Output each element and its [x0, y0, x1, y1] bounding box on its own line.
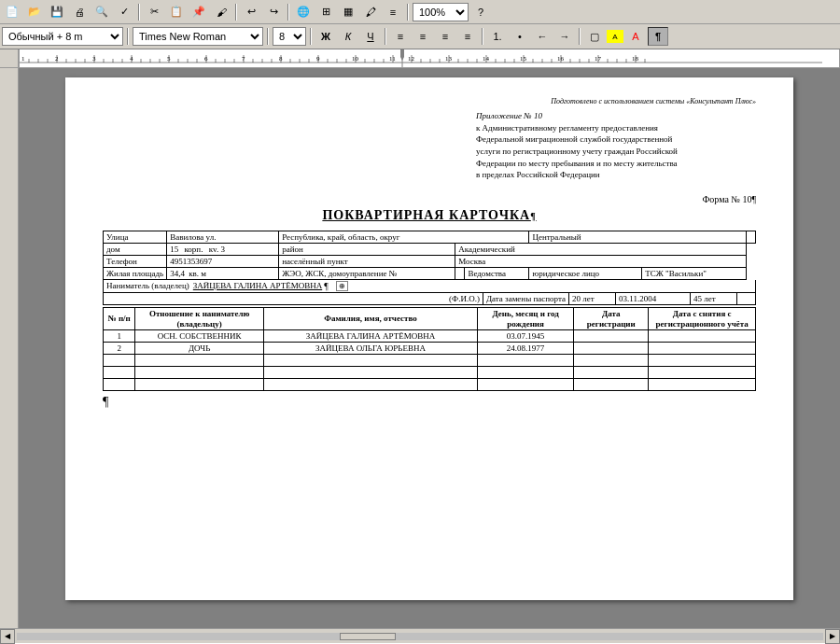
border-button[interactable]: ▢: [584, 27, 605, 46]
scroll-thumb[interactable]: [340, 633, 396, 640]
yur-label: юридическое лицо: [529, 267, 642, 279]
align-center-button[interactable]: ≡: [413, 27, 433, 46]
new-button[interactable]: 📄: [2, 3, 22, 21]
save-button[interactable]: 💾: [47, 3, 67, 21]
undo-button[interactable]: ↩: [241, 3, 261, 21]
svg-text:2: 2: [55, 55, 59, 63]
columns-button[interactable]: ▦: [338, 3, 358, 21]
style-select[interactable]: Обычный + 8 m: [2, 27, 123, 46]
paste-button[interactable]: 📌: [189, 3, 209, 21]
bullets-button[interactable]: •: [510, 27, 530, 46]
resident-birth-5: [478, 379, 574, 391]
scroll-area[interactable]: Подготовлено с использованием системы «К…: [19, 68, 840, 628]
document-page: Подготовлено с использованием системы «К…: [65, 77, 793, 600]
resident-fio-3: [263, 355, 477, 367]
age1-value: 20 лет: [568, 293, 615, 304]
dom-label: дом: [104, 243, 167, 255]
telefon-label: Телефон: [104, 255, 167, 267]
appendix-text3: услуги по регистрационному учету граждан…: [476, 147, 678, 156]
ruler: 1 2 3 4 5 6: [0, 49, 840, 68]
rayon-value: Академический: [455, 243, 747, 255]
svg-text:1: 1: [21, 55, 25, 63]
drawing-button[interactable]: 🖍: [360, 3, 381, 21]
font-select[interactable]: Times New Roman: [133, 27, 263, 46]
sep6: [267, 28, 269, 45]
sep2: [235, 4, 237, 21]
align-right-button[interactable]: ≡: [435, 27, 455, 46]
sep9: [482, 28, 483, 45]
ruler-inner: 1 2 3 4 5 6: [19, 49, 840, 67]
nanimat-value: ЗАЙЦЕВА ГАЛИНА АРТЁМОВНА: [193, 281, 322, 290]
indent-decrease-button[interactable]: ←: [532, 27, 553, 46]
resident-unreg_date-3: [649, 355, 756, 367]
scroll-track[interactable]: [17, 633, 823, 640]
horizontal-scrollbar[interactable]: ◀ ▶: [0, 628, 840, 643]
bold-button[interactable]: Ж: [315, 27, 336, 46]
col-unreg-date: Дата с снятия с регистрационного учёта: [649, 307, 756, 330]
main-info-table: Улица Вавилова ул. Республика, край, обл…: [103, 231, 756, 280]
resident-fio-2: ЗАЙЦЕВА ОЛЬГА ЮРЬЕВНА: [263, 343, 477, 355]
preview-button[interactable]: 🔍: [91, 3, 112, 21]
col-reg-date: Дата регистрации: [574, 307, 649, 330]
redo-button[interactable]: ↪: [263, 3, 284, 21]
dom-value: 15 корп. кv. 3: [167, 243, 279, 255]
pilcrow-button[interactable]: ¶: [648, 27, 668, 46]
scroll-right-button[interactable]: ▶: [825, 629, 840, 644]
sep7: [310, 28, 312, 45]
forma-line: Форма № 10¶: [103, 194, 756, 204]
help-button[interactable]: ?: [470, 3, 491, 21]
resident-birth-3: [478, 355, 574, 367]
toolbar-area: 📄 📂 💾 🖨 🔍 ✓ ✂ 📋 📌 🖌 ↩ ↪ 🌐 ⊞ ▦ 🖍 ≡ 100% ?…: [0, 0, 840, 49]
date-val: 03.11.2004: [615, 293, 690, 304]
cut-button[interactable]: ✂: [144, 3, 164, 21]
sep10: [579, 28, 581, 45]
svg-text:9: 9: [316, 55, 320, 63]
zheo-label: ЖЭО, ЖСК, домоуправление №: [279, 267, 455, 279]
end-cell: [736, 293, 755, 304]
col-relation: Отношение к нанимателю (владельцу): [135, 307, 264, 330]
align-left-button[interactable]: ≡: [390, 27, 411, 46]
date-zam-label: Дата замены паспорта: [483, 293, 568, 304]
svg-text:15: 15: [520, 55, 527, 63]
formatpaint-button[interactable]: 🖌: [211, 3, 231, 21]
resident-fio-1: ЗАЙЦЕВА ГАЛИНА АРТЁМОВНА: [263, 330, 477, 343]
respublika-value: Центральный: [529, 231, 747, 243]
docmap-button[interactable]: ≡: [383, 3, 403, 21]
numbering-button[interactable]: 1.: [487, 27, 508, 46]
forma-text: Форма № 10: [702, 194, 751, 204]
copy-button[interactable]: 📋: [166, 3, 187, 21]
scroll-left-button[interactable]: ◀: [0, 629, 15, 644]
korp-label: корп.: [184, 245, 203, 254]
zoom-select[interactable]: 100%: [413, 3, 469, 21]
resident-reg_date-1: [574, 330, 649, 343]
nanimat-row: Наниматель (владелец) ЗАЙЦЕВА ГАЛИНА АРТ…: [103, 280, 756, 293]
anchor-icon[interactable]: ⊕: [336, 281, 348, 291]
svg-text:17: 17: [595, 55, 602, 63]
table-row-3: Телефон 4951353697 населённый пункт Моск…: [104, 255, 756, 267]
fontcolor-button[interactable]: A: [625, 27, 646, 46]
align-justify-button[interactable]: ≡: [457, 27, 478, 46]
hyperlink-button[interactable]: 🌐: [293, 3, 314, 21]
svg-text:7: 7: [242, 55, 245, 63]
table-button[interactable]: ⊞: [315, 3, 336, 21]
appendix-text4: Федерации по месту пребывания и по месту…: [476, 159, 678, 168]
underline-button[interactable]: Ч: [360, 27, 381, 46]
resident-reg_date-2: [574, 343, 649, 355]
appendix-text5: в пределах Российской Федерации: [476, 170, 600, 179]
size-select[interactable]: 8: [273, 27, 306, 46]
resident-birth-4: [478, 367, 574, 379]
highlight-button[interactable]: A: [607, 30, 623, 43]
naspunkt-label: населённый пункт: [279, 255, 455, 267]
italic-button[interactable]: К: [338, 27, 358, 46]
spellcheck-button[interactable]: ✓: [114, 3, 134, 21]
svg-text:11: 11: [389, 55, 396, 63]
print-button[interactable]: 🖨: [69, 3, 90, 21]
resident-fio-5: [263, 379, 477, 391]
col-num: № п/п: [104, 307, 135, 330]
resident-relation-4: [135, 367, 264, 379]
open-button[interactable]: 📂: [24, 3, 45, 21]
residents-table: № п/п Отношение к нанимателю (владельцу)…: [103, 307, 756, 392]
indent-increase-button[interactable]: →: [554, 27, 575, 46]
appendix-title: Приложение № 10: [476, 111, 542, 120]
table-row-1: Улица Вавилова ул. Республика, край, обл…: [104, 231, 756, 243]
